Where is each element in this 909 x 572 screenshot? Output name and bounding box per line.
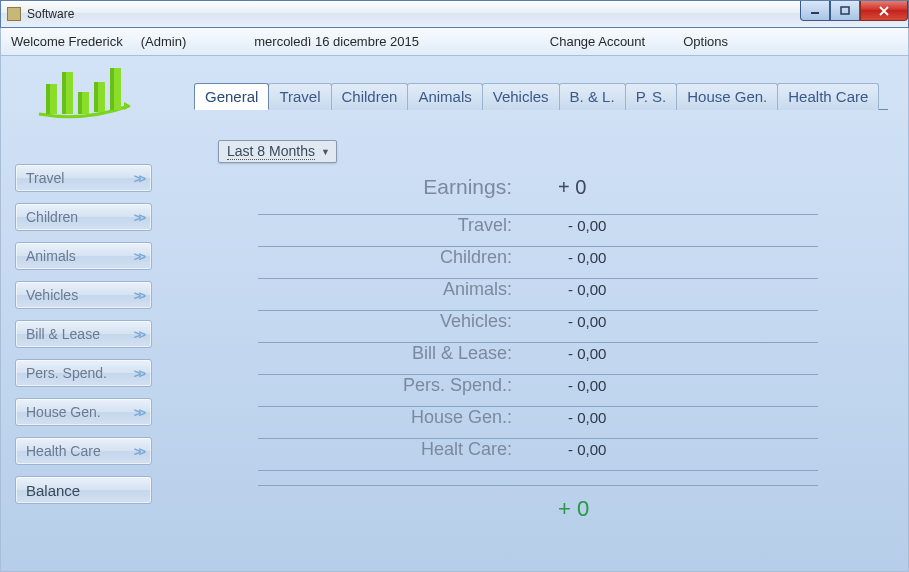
window-controls xyxy=(800,1,908,21)
svg-rect-7 xyxy=(78,92,82,114)
sidebar: Travel>> Children>> Animals>> Vehicles>>… xyxy=(1,56,166,571)
summary-rows: Earnings: + 0 Travel:- 0,00 Children:- 0… xyxy=(258,175,818,471)
chevron-right-icon: >> xyxy=(134,288,143,303)
earnings-label: Earnings: xyxy=(258,175,518,199)
total-row: + 0 xyxy=(258,485,818,522)
sidebar-item-travel[interactable]: Travel>> xyxy=(15,164,152,192)
summary-row: House Gen.:- 0,00 xyxy=(258,407,818,439)
tab-pers-spend[interactable]: P. S. xyxy=(625,83,678,110)
close-icon xyxy=(878,6,890,16)
sidebar-item-balance[interactable]: Balance xyxy=(15,476,152,504)
maximize-icon xyxy=(840,6,850,16)
tab-bar: General Travel Children Animals Vehicles… xyxy=(194,82,888,110)
tab-vehicles[interactable]: Vehicles xyxy=(482,83,560,110)
date-text: mercoledì 16 dicembre 2015 xyxy=(254,34,419,49)
svg-rect-9 xyxy=(94,82,98,112)
sidebar-item-label: Pers. Spend. xyxy=(26,365,107,381)
minimize-icon xyxy=(810,6,820,16)
bar-chart-icon xyxy=(34,64,134,124)
content-area: General Travel Children Animals Vehicles… xyxy=(166,56,908,571)
maximize-button[interactable] xyxy=(830,1,860,21)
summary-row: Travel:- 0,00 xyxy=(258,215,818,247)
earnings-row: Earnings: + 0 xyxy=(258,175,818,215)
role-text: (Admin) xyxy=(141,34,187,49)
period-dropdown[interactable]: Last 8 Months ▼ xyxy=(218,140,337,163)
change-account-link[interactable]: Change Account xyxy=(550,34,645,49)
top-menu-bar: Welcome Frederick (Admin) mercoledì 16 d… xyxy=(0,28,909,56)
svg-rect-11 xyxy=(110,68,114,110)
summary-row: Bill & Lease:- 0,00 xyxy=(258,343,818,375)
main-area: Travel>> Children>> Animals>> Vehicles>>… xyxy=(0,56,909,572)
sidebar-item-label: Vehicles xyxy=(26,287,78,303)
window-title: Software xyxy=(27,7,74,21)
chevron-right-icon: >> xyxy=(134,366,143,381)
sidebar-item-health-care[interactable]: Health Care>> xyxy=(15,437,152,465)
sidebar-item-label: Travel xyxy=(26,170,64,186)
sidebar-item-bill-lease[interactable]: Bill & Lease>> xyxy=(15,320,152,348)
sidebar-item-label: Balance xyxy=(26,482,80,499)
minimize-button[interactable] xyxy=(800,1,830,21)
dropdown-selected: Last 8 Months xyxy=(227,143,315,160)
summary-row: Animals:- 0,00 xyxy=(258,279,818,311)
total-value: + 0 xyxy=(518,496,818,522)
sidebar-item-house-gen[interactable]: House Gen.>> xyxy=(15,398,152,426)
sidebar-item-vehicles[interactable]: Vehicles>> xyxy=(15,281,152,309)
sidebar-item-children[interactable]: Children>> xyxy=(15,203,152,231)
app-icon xyxy=(7,7,21,21)
options-link[interactable]: Options xyxy=(683,34,728,49)
svg-rect-3 xyxy=(46,84,50,114)
summary-row: Children:- 0,00 xyxy=(258,247,818,279)
caret-down-icon: ▼ xyxy=(321,147,330,157)
sidebar-item-label: Children xyxy=(26,209,78,225)
chevron-right-icon: >> xyxy=(134,444,143,459)
tab-house-gen[interactable]: House Gen. xyxy=(676,83,778,110)
sidebar-item-label: Animals xyxy=(26,248,76,264)
chevron-right-icon: >> xyxy=(134,249,143,264)
welcome-text: Welcome Frederick xyxy=(11,34,123,49)
logo xyxy=(15,64,152,124)
chevron-right-icon: >> xyxy=(134,171,143,186)
close-button[interactable] xyxy=(860,1,908,21)
summary-row: Healt Care:- 0,00 xyxy=(258,439,818,471)
sidebar-item-pers-spend[interactable]: Pers. Spend.>> xyxy=(15,359,152,387)
sidebar-item-label: Bill & Lease xyxy=(26,326,100,342)
chevron-right-icon: >> xyxy=(134,210,143,225)
general-panel: Last 8 Months ▼ Earnings: + 0 Travel:- 0… xyxy=(194,110,888,522)
tab-bill-lease[interactable]: B. & L. xyxy=(559,83,626,110)
earnings-value: + 0 xyxy=(518,176,818,199)
summary-row: Vehicles:- 0,00 xyxy=(258,311,818,343)
chevron-right-icon: >> xyxy=(134,327,143,342)
tab-health-care[interactable]: Health Care xyxy=(777,83,879,110)
sidebar-item-label: House Gen. xyxy=(26,404,101,420)
svg-rect-1 xyxy=(841,7,849,14)
summary-row: Pers. Spend.:- 0,00 xyxy=(258,375,818,407)
tab-children[interactable]: Children xyxy=(331,83,409,110)
sidebar-item-animals[interactable]: Animals>> xyxy=(15,242,152,270)
sidebar-item-label: Health Care xyxy=(26,443,101,459)
tab-general[interactable]: General xyxy=(194,83,269,110)
chevron-right-icon: >> xyxy=(134,405,143,420)
svg-rect-0 xyxy=(811,12,819,14)
svg-rect-5 xyxy=(62,72,66,114)
window-titlebar: Software xyxy=(0,0,909,28)
tab-travel[interactable]: Travel xyxy=(268,83,331,110)
tab-animals[interactable]: Animals xyxy=(407,83,482,110)
